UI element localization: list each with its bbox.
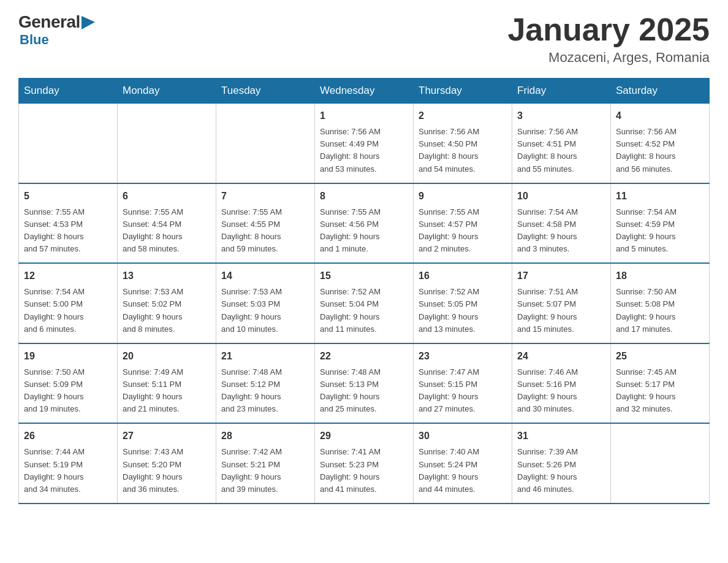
day-info: Sunrise: 7:44 AM Sunset: 5:19 PM Dayligh…: [24, 446, 112, 496]
day-number: 7: [221, 189, 309, 204]
day-number: 10: [517, 189, 605, 204]
day-number: 25: [616, 349, 704, 364]
day-info: Sunrise: 7:41 AM Sunset: 5:23 PM Dayligh…: [320, 446, 408, 496]
day-info: Sunrise: 7:42 AM Sunset: 5:21 PM Dayligh…: [221, 446, 309, 496]
calendar-cell: 3Sunrise: 7:56 AM Sunset: 4:51 PM Daylig…: [512, 104, 611, 183]
calendar-header: Sunday Monday Tuesday Wednesday Thursday…: [19, 79, 710, 104]
calendar-cell: 12Sunrise: 7:54 AM Sunset: 5:00 PM Dayli…: [19, 263, 118, 343]
day-info: Sunrise: 7:39 AM Sunset: 5:26 PM Dayligh…: [517, 446, 605, 496]
calendar-cell: 25Sunrise: 7:45 AM Sunset: 5:17 PM Dayli…: [611, 343, 710, 424]
calendar-cell: 21Sunrise: 7:48 AM Sunset: 5:12 PM Dayli…: [216, 343, 315, 424]
day-number: 27: [123, 429, 211, 443]
day-info: Sunrise: 7:49 AM Sunset: 5:11 PM Dayligh…: [123, 366, 211, 416]
day-info: Sunrise: 7:48 AM Sunset: 5:13 PM Dayligh…: [320, 366, 408, 416]
svg-marker-0: [82, 16, 95, 29]
day-number: 9: [419, 189, 507, 204]
day-info: Sunrise: 7:50 AM Sunset: 5:09 PM Dayligh…: [24, 366, 112, 416]
day-number: 1: [320, 109, 408, 123]
month-title: January 2025: [507, 12, 710, 47]
day-info: Sunrise: 7:53 AM Sunset: 5:02 PM Dayligh…: [123, 286, 211, 335]
calendar-week-5: 26Sunrise: 7:44 AM Sunset: 5:19 PM Dayli…: [19, 423, 710, 504]
day-number: 12: [24, 269, 112, 283]
col-monday: Monday: [118, 79, 216, 104]
day-info: Sunrise: 7:55 AM Sunset: 4:55 PM Dayligh…: [221, 206, 309, 256]
day-info: Sunrise: 7:43 AM Sunset: 5:20 PM Dayligh…: [123, 446, 211, 496]
day-number: 6: [123, 189, 211, 204]
day-info: Sunrise: 7:56 AM Sunset: 4:49 PM Dayligh…: [320, 126, 408, 175]
day-number: 22: [320, 349, 408, 364]
logo: General Blue: [18, 12, 95, 48]
page-header: General Blue January 2025 Mozaceni, Arge…: [18, 12, 710, 66]
calendar-cell: [611, 423, 710, 504]
calendar-cell: [19, 104, 118, 183]
calendar-cell: 20Sunrise: 7:49 AM Sunset: 5:11 PM Dayli…: [118, 343, 216, 424]
day-info: Sunrise: 7:56 AM Sunset: 4:50 PM Dayligh…: [419, 126, 507, 175]
day-info: Sunrise: 7:55 AM Sunset: 4:53 PM Dayligh…: [24, 206, 112, 256]
day-info: Sunrise: 7:45 AM Sunset: 5:17 PM Dayligh…: [616, 366, 704, 416]
calendar-cell: 16Sunrise: 7:52 AM Sunset: 5:05 PM Dayli…: [414, 263, 512, 343]
day-info: Sunrise: 7:47 AM Sunset: 5:15 PM Dayligh…: [419, 366, 507, 416]
day-number: 19: [24, 349, 112, 364]
day-number: 3: [517, 109, 605, 123]
calendar-cell: 9Sunrise: 7:55 AM Sunset: 4:57 PM Daylig…: [414, 183, 512, 264]
calendar-cell: 2Sunrise: 7:56 AM Sunset: 4:50 PM Daylig…: [414, 104, 512, 183]
day-number: 17: [517, 269, 605, 283]
calendar-cell: 14Sunrise: 7:53 AM Sunset: 5:03 PM Dayli…: [216, 263, 315, 343]
calendar-cell: 15Sunrise: 7:52 AM Sunset: 5:04 PM Dayli…: [315, 263, 414, 343]
day-info: Sunrise: 7:48 AM Sunset: 5:12 PM Dayligh…: [221, 366, 309, 416]
col-wednesday: Wednesday: [315, 79, 414, 104]
day-number: 2: [419, 109, 507, 123]
calendar-cell: [216, 104, 315, 183]
day-number: 30: [419, 429, 507, 443]
calendar-week-1: 1Sunrise: 7:56 AM Sunset: 4:49 PM Daylig…: [19, 104, 710, 183]
day-info: Sunrise: 7:52 AM Sunset: 5:04 PM Dayligh…: [320, 286, 408, 335]
calendar-cell: 8Sunrise: 7:55 AM Sunset: 4:56 PM Daylig…: [315, 183, 414, 264]
day-number: 16: [419, 269, 507, 283]
day-number: 29: [320, 429, 408, 443]
calendar-cell: 11Sunrise: 7:54 AM Sunset: 4:59 PM Dayli…: [611, 183, 710, 264]
calendar-cell: 13Sunrise: 7:53 AM Sunset: 5:02 PM Dayli…: [118, 263, 216, 343]
day-info: Sunrise: 7:55 AM Sunset: 4:54 PM Dayligh…: [123, 206, 211, 256]
calendar-cell: 19Sunrise: 7:50 AM Sunset: 5:09 PM Dayli…: [19, 343, 118, 424]
calendar-week-4: 19Sunrise: 7:50 AM Sunset: 5:09 PM Dayli…: [19, 343, 710, 424]
title-section: January 2025 Mozaceni, Arges, Romania: [507, 12, 710, 66]
calendar-week-2: 5Sunrise: 7:55 AM Sunset: 4:53 PM Daylig…: [19, 183, 710, 264]
calendar-table: Sunday Monday Tuesday Wednesday Thursday…: [18, 78, 710, 504]
day-number: 14: [221, 269, 309, 283]
logo-arrow-icon: [82, 16, 95, 29]
day-number: 11: [616, 189, 704, 204]
day-info: Sunrise: 7:56 AM Sunset: 4:52 PM Dayligh…: [616, 126, 704, 175]
day-number: 31: [517, 429, 605, 443]
day-info: Sunrise: 7:52 AM Sunset: 5:05 PM Dayligh…: [419, 286, 507, 335]
day-info: Sunrise: 7:46 AM Sunset: 5:16 PM Dayligh…: [517, 366, 605, 416]
calendar-cell: 22Sunrise: 7:48 AM Sunset: 5:13 PM Dayli…: [315, 343, 414, 424]
day-info: Sunrise: 7:50 AM Sunset: 5:08 PM Dayligh…: [616, 286, 704, 335]
calendar-cell: 17Sunrise: 7:51 AM Sunset: 5:07 PM Dayli…: [512, 263, 611, 343]
day-number: 4: [616, 109, 704, 123]
calendar-cell: 24Sunrise: 7:46 AM Sunset: 5:16 PM Dayli…: [512, 343, 611, 424]
col-thursday: Thursday: [414, 79, 512, 104]
header-row: Sunday Monday Tuesday Wednesday Thursday…: [19, 79, 710, 104]
day-number: 20: [123, 349, 211, 364]
calendar-cell: 27Sunrise: 7:43 AM Sunset: 5:20 PM Dayli…: [118, 423, 216, 504]
day-number: 24: [517, 349, 605, 364]
calendar-week-3: 12Sunrise: 7:54 AM Sunset: 5:00 PM Dayli…: [19, 263, 710, 343]
day-number: 8: [320, 189, 408, 204]
calendar-cell: [118, 104, 216, 183]
calendar-cell: 28Sunrise: 7:42 AM Sunset: 5:21 PM Dayli…: [216, 423, 315, 504]
day-info: Sunrise: 7:54 AM Sunset: 5:00 PM Dayligh…: [24, 286, 112, 335]
day-info: Sunrise: 7:40 AM Sunset: 5:24 PM Dayligh…: [419, 446, 507, 496]
calendar-body: 1Sunrise: 7:56 AM Sunset: 4:49 PM Daylig…: [19, 104, 710, 504]
day-info: Sunrise: 7:53 AM Sunset: 5:03 PM Dayligh…: [221, 286, 309, 335]
calendar-cell: 1Sunrise: 7:56 AM Sunset: 4:49 PM Daylig…: [315, 104, 414, 183]
calendar-cell: 29Sunrise: 7:41 AM Sunset: 5:23 PM Dayli…: [315, 423, 414, 504]
calendar-cell: 31Sunrise: 7:39 AM Sunset: 5:26 PM Dayli…: [512, 423, 611, 504]
calendar-cell: 5Sunrise: 7:55 AM Sunset: 4:53 PM Daylig…: [19, 183, 118, 264]
col-friday: Friday: [512, 79, 611, 104]
day-number: 13: [123, 269, 211, 283]
col-tuesday: Tuesday: [216, 79, 315, 104]
logo-blue-text: Blue: [20, 32, 49, 48]
day-info: Sunrise: 7:54 AM Sunset: 4:58 PM Dayligh…: [517, 206, 605, 256]
col-sunday: Sunday: [19, 79, 118, 104]
logo-general-text: General: [18, 12, 80, 32]
